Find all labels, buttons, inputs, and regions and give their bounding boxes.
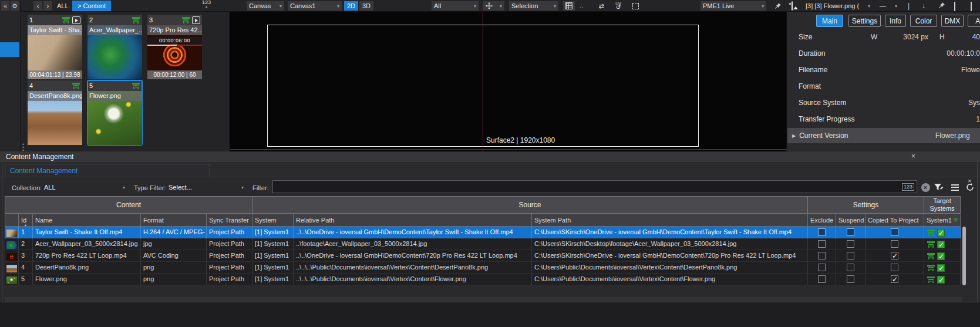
exclude-checkbox[interactable] xyxy=(818,275,826,283)
target-system1-checkbox[interactable] xyxy=(937,252,945,260)
pixel-grid-icon[interactable]: ∴ xyxy=(580,2,583,11)
tab-settings[interactable]: Settings xyxy=(848,15,881,27)
suspend-checkbox[interactable] xyxy=(847,240,854,248)
suspend-checkbox[interactable] xyxy=(847,275,854,283)
tab-content-management[interactable]: Content Management xyxy=(5,164,210,177)
selection-mode-dropdown[interactable]: Selection▾ xyxy=(509,1,558,11)
copied-checkbox[interactable] xyxy=(891,228,898,236)
suspend-checkbox[interactable] xyxy=(847,252,854,259)
move-tool-dropdown[interactable]: ▾ xyxy=(483,1,504,11)
back-button[interactable]: ‹ xyxy=(33,1,42,11)
type-filter-dropdown[interactable]: Select...▾ xyxy=(166,181,247,193)
canvas-name-dropdown[interactable]: Canvas1▾ xyxy=(288,1,342,11)
col-system1[interactable]: System1 xyxy=(924,214,961,227)
col-suspend[interactable]: Suspend xyxy=(836,214,866,227)
mode-3d-button[interactable]: 3D xyxy=(359,1,373,11)
arrow-down-icon[interactable]: ↓ xyxy=(922,2,925,10)
col-id[interactable]: Id▲ xyxy=(19,214,33,227)
suspend-checkbox[interactable] xyxy=(847,228,854,236)
tab-dmx[interactable]: DMX xyxy=(941,15,964,27)
copied-checkbox[interactable] xyxy=(891,264,898,271)
clipped-toolbar-icon[interactable] xyxy=(971,2,972,11)
exclude-checkbox[interactable] xyxy=(818,264,826,271)
window-icon[interactable] xyxy=(954,2,955,11)
pin-icon[interactable] xyxy=(938,2,945,11)
uv-reset-icon[interactable]: UV↺ xyxy=(611,1,625,11)
tab-main[interactable]: Main xyxy=(816,15,843,27)
content-tile-4[interactable]: 4 DesertPano8k.png xyxy=(28,80,82,145)
group-source[interactable]: Source xyxy=(252,196,808,214)
prop-duration-value[interactable]: 00:00:10:0 xyxy=(947,49,980,58)
group-settings[interactable]: Settings xyxy=(808,196,924,214)
tab-color[interactable]: Color xyxy=(910,15,937,27)
ibeam-icon[interactable]: | xyxy=(908,2,910,10)
table-row[interactable]: 3 720p Pro Res 422 LT Loop.mp4 AVC Codin… xyxy=(5,250,961,262)
table-row[interactable]: 2 Acer_Wallpaper_03_5000x2814.jpg jpg Pr… xyxy=(5,238,961,250)
refresh-icon[interactable] xyxy=(964,182,976,193)
swap-transfer-icon[interactable]: ⇄ xyxy=(595,1,608,11)
suspend-checkbox[interactable] xyxy=(847,264,854,271)
live-mode-dropdown[interactable]: PME1 Live▾ xyxy=(701,1,766,11)
expander-icon[interactable]: ▶ xyxy=(792,133,796,139)
content-tile-3[interactable]: 3 720p Pro Res 42... 00:00:06:00 00:00:1… xyxy=(147,15,202,79)
col-copied-to-project[interactable]: Copied To Project xyxy=(866,214,924,227)
target-system1-checkbox[interactable] xyxy=(937,264,945,272)
prop-size-w-value[interactable]: 3024 px xyxy=(903,33,928,41)
horizontal-scrollbar[interactable] xyxy=(5,297,962,302)
target-system1-checkbox[interactable] xyxy=(937,241,945,248)
canvas-viewport[interactable]: Surface2 | 1920x1080 xyxy=(230,12,787,151)
col-name[interactable]: Name xyxy=(33,214,141,227)
crop-icon[interactable] xyxy=(629,1,642,11)
table-row[interactable]: 1 Taylor Swift - Shake It Off.mp4 H.264 … xyxy=(5,227,961,238)
content-tile-2[interactable]: 2 Acer_Wallpaper_... xyxy=(87,15,142,79)
copied-checkbox[interactable] xyxy=(891,240,898,248)
exclude-checkbox[interactable] xyxy=(818,228,826,236)
content-tile-1[interactable]: 1 Taylor Swift - Sha... 00:04:01:13 | 23… xyxy=(28,15,82,79)
group-target-systems[interactable]: Target Systems xyxy=(924,196,961,214)
active-rail-indicator[interactable] xyxy=(0,42,19,57)
clear-filter-icon[interactable]: × xyxy=(920,182,931,193)
exclude-checkbox[interactable] xyxy=(818,240,826,248)
target-system1-checkbox[interactable] xyxy=(937,229,945,237)
gear-icon[interactable]: ⚙ xyxy=(11,1,19,11)
vertical-scrollbar[interactable] xyxy=(962,227,966,285)
collection-dropdown[interactable]: ALL▾ xyxy=(41,181,128,193)
col-thumb[interactable] xyxy=(5,214,19,227)
inspector-target-dropdown[interactable]: [3] [3] Flower.png (▾ xyxy=(803,1,873,11)
table-row[interactable]: 5 Flower.png png Project Path [1] System… xyxy=(5,274,961,285)
tab-all[interactable]: All xyxy=(968,15,980,27)
dock-minus-dropdown[interactable]: —▾ xyxy=(877,1,900,11)
breadcrumb-all-label[interactable]: ALL xyxy=(57,2,69,10)
mode-2d-button[interactable]: 2D xyxy=(344,1,358,11)
col-format[interactable]: Format xyxy=(141,214,207,227)
filter-all-dropdown[interactable]: All▾ xyxy=(432,1,479,11)
col-relative-path[interactable]: Relative Path xyxy=(294,214,532,227)
collapse-panel-icon[interactable]: « xyxy=(1,1,9,11)
cm-title-bar[interactable]: Content Management × xyxy=(0,151,980,162)
menu-icon[interactable] xyxy=(949,182,961,193)
filter-input[interactable]: 123 xyxy=(272,180,917,193)
content-tile-5[interactable]: 5 Flower.png xyxy=(87,80,142,145)
group-content[interactable]: Content xyxy=(5,196,252,214)
prop-size-h-value[interactable]: 40 xyxy=(972,33,980,41)
target-system1-checkbox[interactable] xyxy=(937,276,945,284)
col-system[interactable]: System xyxy=(252,214,294,227)
col-system-path[interactable]: System Path xyxy=(532,214,808,227)
copied-checkbox[interactable] xyxy=(891,252,898,259)
col-exclude[interactable]: Exclude xyxy=(808,214,836,227)
numeric-order-button[interactable]: 123 ▲ xyxy=(202,1,211,9)
exclude-checkbox[interactable] xyxy=(818,252,826,259)
close-icon[interactable]: × xyxy=(911,153,915,160)
filter-funnel-icon[interactable] xyxy=(932,182,944,193)
canvas-dropdown[interactable]: Canvas▾ xyxy=(247,1,284,11)
copied-checkbox[interactable] xyxy=(891,275,898,283)
pin-icon[interactable] xyxy=(772,1,784,11)
grid-snap-icon[interactable] xyxy=(563,1,575,11)
col-sync-transfer[interactable]: Sync Transfer xyxy=(207,214,252,227)
tile-header: 2 xyxy=(87,15,142,25)
table-row[interactable]: 4 DesertPano8k.png png Project Path [1] … xyxy=(5,262,961,274)
forward-button[interactable]: › xyxy=(43,1,52,11)
tab-info[interactable]: Info xyxy=(885,15,906,27)
tab-content[interactable]: > Content xyxy=(72,1,111,11)
current-version-row[interactable]: ▶ Current Version Flower.png xyxy=(787,128,980,143)
